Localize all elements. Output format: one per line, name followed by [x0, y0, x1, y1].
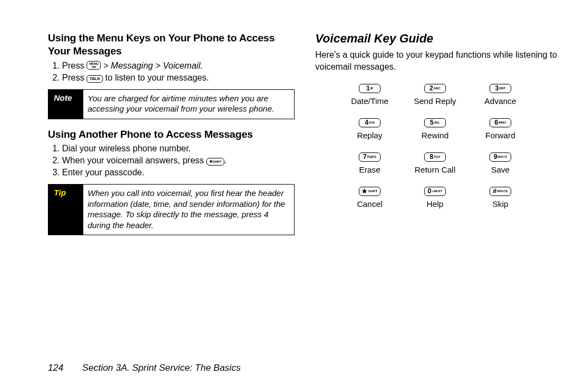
keypad-cell: ★SHIFTCancel	[342, 186, 397, 209]
tip-text: When you call into voicemail, you first …	[83, 185, 294, 235]
step1-prefix: Press	[62, 61, 87, 70]
keypad-key-label: Save	[473, 165, 528, 174]
keypad-cell: 4GHIReplay	[342, 118, 397, 140]
step-2: Press TALK to listen to your messages.	[62, 73, 293, 83]
keypad-cell: 9WXYZSave	[473, 152, 528, 174]
keypad-key-label: Help	[408, 199, 462, 209]
keypad-key-label: Replay	[342, 131, 397, 140]
page-footer: 124 Section 3A. Sprint Service: The Basi…	[48, 363, 241, 373]
step2-suffix: to listen to your messages.	[103, 73, 209, 82]
tip-label: Tip	[48, 185, 83, 235]
keypad-cell: 7PQRSErase	[342, 152, 397, 174]
keypad-cell: 2ABCSend Reply	[408, 83, 462, 106]
keypad-cell: #SPACESkip	[473, 186, 528, 209]
keypad-key-label: Forward	[473, 131, 528, 140]
keypad-key-icon: 9WXYZ	[489, 152, 511, 162]
heading-key-guide: Voicemail Key Guide	[315, 32, 561, 46]
menu-ok-key-icon: MENUOK	[87, 61, 101, 70]
keypad-key-icon: 3DEF	[489, 84, 511, 93]
section-title: Section 3A. Sprint Service: The Basics	[82, 363, 241, 373]
keypad-key-label: Send Reply	[408, 96, 462, 106]
keypad-key-label: Date/Time	[342, 96, 397, 106]
b-step2-prefix: When your voicemail answers, press	[62, 156, 206, 165]
step-1: Press MENUOK > Messaging > Voicemail.	[62, 61, 293, 71]
step2-prefix: Press	[62, 73, 87, 82]
note-text: You are charged for airtime minutes when…	[83, 90, 294, 119]
keypad-key-label: Rewind	[408, 131, 462, 140]
b-step-3: Enter your passcode.	[62, 168, 293, 177]
heading-menu-keys: Using the Menu Keys on Your Phone to Acc…	[48, 32, 293, 58]
steps-menu-keys: Press MENUOK > Messaging > Voicemail. Pr…	[48, 61, 293, 83]
keypad-key-label: Return Call	[408, 165, 462, 174]
keypad-key-icon: 7PQRS	[359, 152, 381, 162]
keypad-key-label: Skip	[473, 199, 528, 209]
b-step-2: When your voicemail answers, press ★SHIF…	[62, 156, 293, 166]
keypad-cell: 1✉Date/Time	[342, 83, 397, 106]
key-guide-intro: Here's a quick guide to your keypad func…	[315, 49, 561, 72]
keypad-key-icon: 1✉	[359, 84, 381, 93]
keypad-key-label: Cancel	[342, 199, 397, 209]
keypad-cell: 8TUVReturn Call	[408, 152, 462, 174]
heading-another-phone: Using Another Phone to Access Messages	[48, 128, 293, 141]
keypad-key-label: Erase	[342, 165, 397, 174]
star-shift-key-icon: ★SHIFT	[206, 158, 224, 166]
keypad-key-icon: 5JKL	[424, 118, 446, 127]
keypad-key-icon: 2ABC	[424, 84, 446, 93]
steps-another-phone: Dial your wireless phone number. When yo…	[48, 144, 293, 177]
keypad-cell: 5JKLRewind	[408, 118, 462, 140]
keypad-key-icon: 8TUV	[424, 152, 446, 162]
keypad-key-icon: 6MNO	[489, 118, 511, 127]
b-step2-suffix: .	[224, 156, 226, 165]
b-step-1: Dial your wireless phone number.	[62, 144, 293, 154]
tip-callout: Tip When you call into voicemail, you fi…	[48, 184, 295, 235]
keypad-cell: 6MNOForward	[473, 118, 528, 140]
keypad-key-icon: 4GHI	[359, 118, 381, 127]
keypad-key-label: Advance	[473, 96, 528, 106]
left-column: Using the Menu Keys on Your Phone to Acc…	[48, 32, 293, 244]
note-callout: Note You are charged for airtime minutes…	[48, 89, 295, 119]
page-number: 124	[48, 363, 63, 373]
key-guide-grid: 1✉Date/Time2ABCSend Reply3DEFAdvance4GHI…	[342, 83, 561, 209]
note-label: Note	[48, 90, 83, 119]
talk-key-icon: TALK	[87, 75, 103, 83]
keypad-key-icon: 0+NEXT	[424, 187, 446, 196]
keypad-key-icon: #SPACE	[489, 187, 511, 196]
step1-path: > Messaging > Voicemail.	[101, 61, 203, 70]
right-column: Voicemail Key Guide Here's a quick guide…	[315, 32, 561, 244]
keypad-key-icon: ★SHIFT	[359, 187, 381, 196]
keypad-cell: 0+NEXTHelp	[408, 186, 462, 209]
keypad-cell: 3DEFAdvance	[473, 83, 528, 106]
